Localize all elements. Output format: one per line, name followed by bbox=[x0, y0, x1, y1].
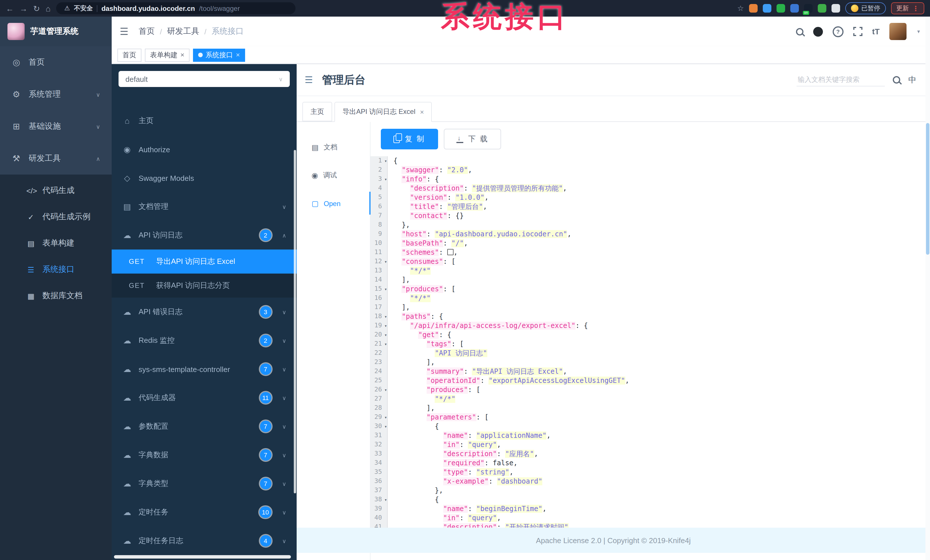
close-icon[interactable]: × bbox=[236, 51, 240, 59]
tools-icon: ⚒ bbox=[11, 153, 21, 164]
extension-onetab-icon[interactable]: on bbox=[804, 4, 813, 12]
code-segment: "paths" bbox=[402, 313, 431, 321]
browser-menu-icon[interactable]: ⋮ bbox=[912, 4, 919, 12]
doc-search-input[interactable] bbox=[796, 73, 885, 86]
code-segment: "query" bbox=[468, 514, 497, 522]
download-icon: ↓ bbox=[456, 135, 463, 143]
swagger-nav-Authorize[interactable]: ◉Authorize bbox=[112, 135, 297, 164]
close-icon[interactable]: × bbox=[420, 108, 424, 116]
fold-arrow-icon[interactable]: ▾ bbox=[384, 331, 387, 340]
breadcrumb-item[interactable]: 研发工具 bbox=[167, 26, 199, 37]
hamburger-icon[interactable]: ☰ bbox=[120, 26, 129, 37]
extension-puzzle-blue-icon[interactable] bbox=[790, 4, 799, 12]
view-tab-文档[interactable]: ▤文档 bbox=[297, 133, 370, 161]
collapse-sidebar-icon[interactable]: ☰ bbox=[305, 74, 313, 85]
security-label[interactable]: 不安全 bbox=[74, 4, 93, 12]
fold-arrow-icon[interactable]: ▾ bbox=[384, 313, 387, 322]
page-scrollbar[interactable] bbox=[925, 17, 930, 560]
tab-首页[interactable]: 首页 bbox=[117, 48, 142, 61]
extension-green-icon[interactable] bbox=[818, 4, 826, 12]
extension-puzzle-white-icon[interactable] bbox=[831, 4, 840, 12]
swagger-nav-Redis 监控[interactable]: ☁Redis 监控2∨ bbox=[112, 326, 297, 355]
bookmark-star-icon[interactable]: ☆ bbox=[737, 4, 744, 12]
extension-lighthouse-icon[interactable] bbox=[749, 4, 758, 12]
browser-home-icon[interactable]: ⌂ bbox=[46, 4, 51, 12]
fold-arrow-icon[interactable]: ▾ bbox=[384, 175, 387, 184]
swagger-nav-sys-sms-template-controller[interactable]: ☁sys-sms-template-controller7∨ bbox=[112, 355, 297, 384]
extension-drop-icon[interactable] bbox=[763, 4, 771, 12]
sidebar-item-研发工具[interactable]: ⚒研发工具∧ bbox=[0, 143, 112, 175]
sidebar-subitem-表单构建[interactable]: ▤表单构建 bbox=[0, 230, 112, 256]
swagger-nav-代码生成器[interactable]: ☁代码生成器11∨ bbox=[112, 384, 297, 412]
fullscreen-icon[interactable] bbox=[853, 27, 862, 36]
github-icon[interactable] bbox=[813, 27, 823, 36]
swagger-nav-字典数据[interactable]: ☁字典数据7∨ bbox=[112, 441, 297, 469]
swagger-nav-定时任务日志[interactable]: ☁定时任务日志4∨ bbox=[112, 526, 297, 555]
doc-search-icon[interactable] bbox=[893, 76, 900, 84]
logo[interactable]: 芋道管理系统 bbox=[0, 17, 112, 46]
view-tab-调试[interactable]: ◉调试 bbox=[297, 161, 370, 189]
sidebar-subitem-代码生成示例[interactable]: ✓代码生成示例 bbox=[0, 204, 112, 230]
browser-forward-icon[interactable]: → bbox=[20, 4, 28, 12]
swagger-sidebar-vertical-scrollbar[interactable] bbox=[294, 150, 296, 493]
address-bar[interactable]: ⚠ 不安全 dashboard.yudao.iocoder.cn /tool/s… bbox=[56, 2, 296, 14]
fold-arrow-icon[interactable]: ▾ bbox=[384, 340, 387, 349]
fold-arrow-icon[interactable]: ▾ bbox=[384, 285, 387, 294]
fold-arrow-icon[interactable]: ▾ bbox=[384, 422, 387, 431]
update-button[interactable]: 更新 ⋮ bbox=[891, 2, 924, 14]
sidebar-item-首页[interactable]: ◎首页 bbox=[0, 46, 112, 78]
language-toggle-icon[interactable]: 中 bbox=[908, 75, 916, 85]
doc-tab-主页[interactable]: 主页 bbox=[302, 102, 332, 121]
code-segment bbox=[393, 175, 402, 183]
browser-back-icon[interactable]: ← bbox=[6, 4, 14, 12]
tab-系统接口[interactable]: 系统接口× bbox=[193, 48, 245, 61]
swagger-nav-Swagger Models[interactable]: ◇Swagger Models bbox=[112, 164, 297, 192]
header-search-icon[interactable] bbox=[796, 28, 804, 35]
code-text: "type": "string", bbox=[388, 468, 513, 477]
avatar[interactable] bbox=[889, 23, 907, 40]
code-line: 14 ], bbox=[371, 275, 930, 284]
sidebar-item-基础设施[interactable]: ⊞基础设施∨ bbox=[0, 110, 112, 143]
help-icon[interactable]: ? bbox=[833, 26, 844, 37]
extension-adguard-icon[interactable] bbox=[776, 4, 785, 12]
tab-label: 系统接口 bbox=[206, 50, 233, 60]
swagger-nav-参数配置[interactable]: ☁参数配置7∨ bbox=[112, 412, 297, 441]
download-button[interactable]: ↓ 下 载 bbox=[443, 129, 501, 149]
fold-arrow-icon[interactable]: ▾ bbox=[384, 322, 387, 331]
api-operation-导出API 访问日志 Excel[interactable]: GET导出API 访问日志 Excel bbox=[112, 250, 297, 273]
breadcrumb-item[interactable]: 首页 bbox=[139, 26, 155, 37]
footer: Apache License 2.0 | Copyright © 2019-Kn… bbox=[297, 528, 930, 553]
fold-arrow-icon[interactable]: ▾ bbox=[384, 413, 387, 422]
tab-表单构建[interactable]: 表单构建× bbox=[145, 48, 189, 61]
swagger-nav-API 错误日志[interactable]: ☁API 错误日志3∨ bbox=[112, 298, 297, 326]
close-icon[interactable]: × bbox=[180, 51, 185, 59]
sidebar-subitem-代码生成[interactable]: </>代码生成 bbox=[0, 177, 112, 204]
swagger-nav-字典类型[interactable]: ☁字典类型7∨ bbox=[112, 469, 297, 498]
fold-arrow-icon[interactable]: ▾ bbox=[384, 496, 387, 505]
swagger-nav-文档管理[interactable]: ▤文档管理∨ bbox=[112, 192, 297, 221]
browser-reload-icon[interactable]: ↻ bbox=[33, 4, 40, 12]
view-tab-Open[interactable]: ▢Open bbox=[297, 189, 370, 218]
sidebar-item-系统管理[interactable]: ⚙系统管理∨ bbox=[0, 78, 112, 110]
tab-label: 首页 bbox=[123, 50, 136, 60]
chevron-down-icon[interactable]: ▼ bbox=[916, 29, 921, 34]
swagger-sidebar-horizontal-scrollbar[interactable] bbox=[114, 555, 291, 558]
swagger-nav-API 访问日志[interactable]: ☁API 访问日志2∧ bbox=[112, 221, 297, 250]
fold-arrow-icon[interactable]: ▾ bbox=[384, 157, 387, 166]
api-group-select[interactable]: default ∨ bbox=[119, 71, 290, 87]
page-scrollbar-thumb[interactable] bbox=[926, 123, 929, 255]
api-cloud-icon: ☁ bbox=[122, 450, 132, 460]
font-size-icon[interactable]: tT bbox=[872, 27, 879, 36]
sidebar-subitem-系统接口[interactable]: ☰系统接口 bbox=[0, 256, 112, 283]
sidebar-subitem-数据库文档[interactable]: ▦数据库文档 bbox=[0, 283, 112, 309]
doc-tab-导出API 访问日志 Excel[interactable]: 导出API 访问日志 Excel× bbox=[334, 102, 432, 122]
code-segment bbox=[393, 450, 443, 458]
fold-arrow-icon[interactable]: ▾ bbox=[384, 386, 387, 395]
paused-extension-pill[interactable]: 已暂停 bbox=[845, 2, 886, 14]
swagger-nav-定时任务[interactable]: ☁定时任务10∨ bbox=[112, 498, 297, 526]
api-operation-获得API 访问日志分页[interactable]: GET获得API 访问日志分页 bbox=[112, 273, 297, 298]
fold-arrow-icon[interactable]: ▾ bbox=[384, 258, 387, 267]
json-code-editor[interactable]: 1▾{2 "swagger": "2.0",3▾ "info": {4 "des… bbox=[371, 156, 930, 528]
swagger-nav-主页[interactable]: ⌂主页 bbox=[112, 106, 297, 135]
copy-button[interactable]: 复 制 bbox=[381, 129, 438, 149]
